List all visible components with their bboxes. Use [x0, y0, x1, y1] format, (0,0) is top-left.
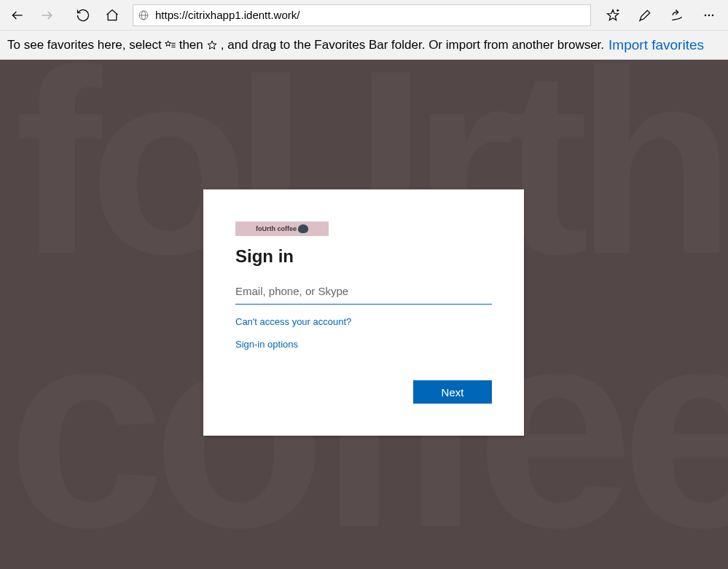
svg-point-8	[705, 14, 707, 16]
url-input[interactable]	[155, 9, 586, 21]
brand-logo-text: foUrth coffee	[256, 225, 297, 232]
site-identity-icon[interactable]	[138, 9, 155, 21]
brand-logo: foUrth coffee	[235, 221, 329, 236]
cant-access-account-link[interactable]: Can't access your account?	[235, 316, 492, 327]
favorites-bar: To see favorites here, select then , and…	[0, 31, 728, 60]
star-icon	[206, 39, 218, 51]
coffee-cup-icon	[298, 224, 308, 233]
globe-icon	[138, 9, 149, 21]
home-icon	[105, 8, 120, 23]
svg-point-10	[712, 14, 714, 16]
arrow-left-icon	[10, 8, 25, 23]
import-favorites-link[interactable]: Import favorites	[608, 37, 704, 53]
ellipsis-icon	[702, 8, 716, 23]
svg-marker-15	[208, 41, 216, 49]
more-button[interactable]	[693, 1, 725, 30]
username-input[interactable]	[235, 278, 492, 305]
home-button[interactable]	[98, 1, 127, 30]
back-button[interactable]	[3, 1, 32, 30]
share-button[interactable]	[661, 1, 693, 30]
refresh-icon	[76, 8, 90, 23]
signin-title: Sign in	[235, 246, 492, 267]
signin-options-link[interactable]: Sign-in options	[235, 339, 492, 350]
favorites-hint-text-3: , and drag to the Favorites Bar folder. …	[221, 38, 604, 52]
favorites-button[interactable]	[597, 1, 629, 30]
star-list-icon	[165, 39, 176, 51]
next-button[interactable]: Next	[413, 380, 492, 404]
favorites-hint-text-2: then	[179, 38, 203, 52]
arrow-right-icon	[39, 8, 54, 23]
refresh-button[interactable]	[69, 1, 98, 30]
signin-card: foUrth coffee Sign in Can't access your …	[203, 189, 524, 436]
pen-icon	[638, 8, 652, 23]
page-content: foUrth coffee foUrth coffee Sign in Can'…	[0, 60, 728, 569]
favorites-hint-text-1: To see favorites here, select	[7, 38, 162, 52]
svg-point-9	[708, 14, 711, 16]
reading-list-button[interactable]	[629, 1, 661, 30]
share-icon	[670, 8, 684, 23]
svg-marker-5	[608, 9, 619, 20]
forward-button[interactable]	[32, 1, 61, 30]
star-add-icon	[606, 8, 620, 23]
svg-marker-11	[165, 41, 171, 46]
address-bar[interactable]	[133, 4, 591, 26]
browser-toolbar	[0, 0, 728, 31]
